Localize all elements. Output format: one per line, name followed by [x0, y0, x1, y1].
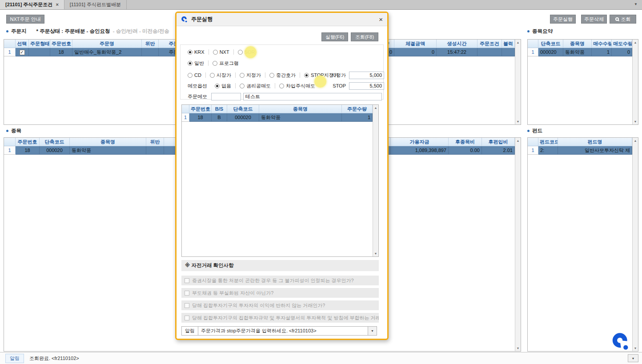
checked-checkbox-icon[interactable]: ✓: [20, 50, 25, 55]
scroll-up-icon[interactable]: ▲: [515, 138, 521, 144]
checkbox-icon[interactable]: [185, 278, 189, 283]
limit-price-group: 지정가: [331, 71, 384, 80]
divider: [205, 72, 206, 78]
radio-icon: [188, 73, 193, 78]
app-logo-icon: [611, 332, 631, 352]
bullet-icon: [527, 30, 530, 32]
stock-summary-row[interactable]: 1 000020 동화약품 1 0: [528, 48, 632, 56]
alert-label: 알림: [181, 326, 198, 336]
radio-icon: [188, 50, 193, 55]
search-icon: [615, 17, 619, 21]
order-memo-text-input[interactable]: [243, 93, 382, 100]
scrollbar[interactable]: ▲ ▼: [373, 105, 378, 256]
radio-program[interactable]: 프로그램: [213, 60, 239, 67]
order-exec-dialog: 주문실행 × 실행(F6) 조회(F8) KRX NXT SOR: [175, 12, 389, 340]
funds-grid: 펀드코드 펀드명 1 2: 일반사모투자신탁 제 ▲ ▼: [527, 137, 638, 352]
scroll-down-icon[interactable]: ▼: [633, 119, 638, 124]
cursor-highlight: [314, 76, 326, 88]
radio-icon: [269, 73, 274, 78]
dialog-exec-button[interactable]: 실행(F6): [321, 32, 348, 41]
scroll-up-icon[interactable]: ▲: [515, 40, 521, 45]
radio-icon: [238, 50, 243, 55]
divider: [208, 60, 209, 66]
scroll-down-icon[interactable]: ▼: [515, 345, 521, 351]
scrollbar[interactable]: ▲ ▼: [515, 40, 521, 124]
orders-section-label: 주문지 * 주문상태 : 주문배분 - 승인요청 - 승인/반려 - 미전송/전…: [6, 28, 169, 35]
tab-label: [11101] 주식펀드별배분: [70, 1, 121, 8]
divider: [209, 49, 209, 55]
alert-dropdown-caret-icon[interactable]: ▼: [368, 326, 377, 336]
query-button[interactable]: 조회: [610, 15, 636, 24]
radio-limit-price[interactable]: 지정가: [240, 72, 261, 79]
divider: [265, 72, 265, 78]
bullet-icon: [527, 130, 530, 132]
radio-mid-price[interactable]: 중간호가: [269, 72, 296, 79]
radio-borrowed-stock-sale[interactable]: 차입주식매도: [279, 83, 315, 89]
confirm-item-4[interactable]: 당해 집합투자기구의 집합투자규약 및 투자설명서의 투자목적 및 방침에 부합…: [181, 313, 379, 323]
funds-grid-row[interactable]: 1 2: 일반사모투자신탁 제: [528, 146, 632, 155]
confirm-item-2[interactable]: 부도채권 등 부실화된 자산이 아닌가?: [181, 288, 379, 298]
checkbox-icon[interactable]: [185, 303, 189, 308]
dialog-title: 주문실행: [191, 16, 213, 23]
tab-close-icon[interactable]: ×: [56, 2, 58, 7]
stop-price-group: STOP: [333, 81, 384, 90]
radio-none[interactable]: 없음: [215, 83, 231, 89]
status-dropdown-caret-icon[interactable]: ▼: [628, 354, 638, 362]
scroll-up-icon[interactable]: ▲: [633, 40, 638, 45]
dialog-grid-header: 주문번호 B/S 단축코드 종목명 주문수량: [182, 105, 373, 113]
confirm-item-3[interactable]: 당해 집합투자기구의 투자자의 이익에 반하지 않는 거래인가?: [181, 300, 379, 310]
scroll-down-icon[interactable]: ▼: [373, 251, 378, 256]
radio-krx[interactable]: KRX: [188, 49, 205, 55]
scrollbar[interactable]: ▲ ▼: [632, 138, 638, 351]
radio-icon: [210, 73, 215, 78]
tab-list-caret-icon[interactable]: ▼: [634, 2, 638, 6]
order-memo-code-input[interactable]: [211, 93, 241, 100]
tab-bar: [21101] 주식주문조건 × [11101] 주식펀드별배분 ▼: [0, 0, 642, 10]
checkbox-icon[interactable]: [185, 291, 189, 296]
radio-icon: [213, 50, 218, 55]
scrollbar[interactable]: ▲ ▼: [632, 40, 638, 124]
limit-price-input[interactable]: [349, 72, 384, 79]
close-icon[interactable]: ×: [379, 16, 383, 23]
dialog-titlebar[interactable]: 주문실행 ×: [177, 13, 387, 26]
dialog-grid-row[interactable]: 1 18 B 000020 동화약품 1: [182, 113, 373, 122]
scroll-down-icon[interactable]: ▼: [515, 119, 521, 124]
stop-price-input[interactable]: [349, 82, 384, 90]
order-delete-button[interactable]: 주문삭제: [581, 15, 607, 24]
radio-icon: [304, 73, 309, 78]
nxt-order-guide-button[interactable]: NXT주문 안내: [6, 15, 44, 24]
tab-stock-fund-allocation[interactable]: [11101] 주식펀드별배분: [64, 0, 127, 9]
cross-trade-confirm-header: ※ 자전거래 확인사항: [181, 260, 379, 271]
radio-general[interactable]: 일반: [188, 60, 204, 67]
radio-icon: [279, 84, 284, 88]
status-message: 조회완료. <fr2110102>: [29, 355, 79, 362]
confirm-item-1[interactable]: 증권시장을 통한 처분이 곤란한 경우 등 그 불가피성이 인정되는 경우인가?: [181, 276, 379, 285]
order-type-radio-group: 일반 프로그램: [188, 59, 391, 68]
dialog-query-button[interactable]: 조회(F8): [351, 32, 378, 41]
scroll-down-icon[interactable]: ▼: [633, 345, 638, 351]
divider: [235, 72, 236, 78]
stock-summary-grid: 단축코드 종목명 매수수량 매도수량 1 000020 동화약품 1 0 ▲ ▼: [527, 39, 638, 125]
cursor-highlight: [245, 46, 257, 58]
radio-icon: [215, 84, 220, 88]
funds-grid-header: 펀드코드 펀드명: [528, 138, 632, 146]
dialog-alert-row: 알림 주문가격과 stop주문가격을 입력하세요. <fr2110103> ▼: [181, 326, 381, 336]
stock-summary-header: 단축코드 종목명 매수수량 매도수량: [528, 40, 632, 48]
radio-cd[interactable]: CD: [188, 72, 201, 78]
tab-stock-order-condition[interactable]: [21101] 주식주문조건 ×: [0, 0, 64, 9]
dialog-logo-icon: [181, 16, 188, 23]
divider: [233, 49, 234, 55]
radio-rights-short-sale[interactable]: 권리공매도: [240, 83, 271, 89]
radio-nxt[interactable]: NXT: [213, 49, 229, 55]
status-bar: 알림 조회완료. <fr2110102> ▼: [0, 352, 642, 364]
tab-label: [21101] 주식주문조건: [5, 1, 52, 8]
scroll-up-icon[interactable]: ▲: [633, 138, 638, 144]
order-exec-button[interactable]: 주문실행: [550, 15, 576, 24]
radio-icon: [240, 73, 245, 78]
radio-market-price[interactable]: 시장가: [210, 72, 231, 79]
checkbox-icon[interactable]: [185, 316, 189, 320]
scroll-up-icon[interactable]: ▲: [373, 105, 378, 111]
bullet-icon: [6, 130, 8, 132]
divider: [275, 83, 275, 88]
scrollbar[interactable]: ▲ ▼: [515, 138, 521, 351]
